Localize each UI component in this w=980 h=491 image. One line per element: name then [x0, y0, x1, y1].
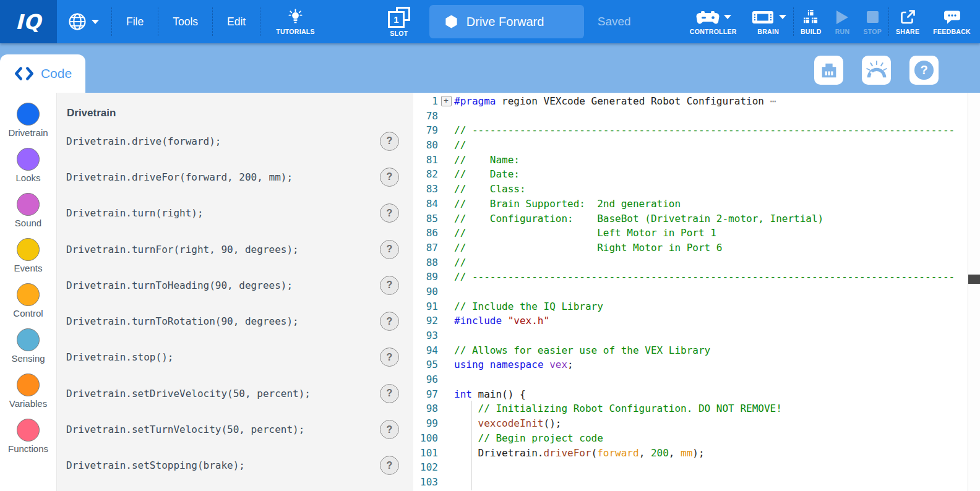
- code-line[interactable]: 102: [413, 460, 980, 475]
- command-text[interactable]: Drivetrain.setStopping(brake);: [66, 459, 245, 471]
- sidebar-item-sound[interactable]: Sound: [0, 193, 56, 228]
- code-line[interactable]: 79// -----------------------------------…: [413, 123, 980, 138]
- code-line[interactable]: 100 // Begin project code: [413, 431, 980, 446]
- editor-scrollbar-track[interactable]: [968, 93, 980, 491]
- help-button[interactable]: ?: [909, 56, 939, 85]
- feedback-button[interactable]: FEEDBACK: [926, 9, 978, 35]
- code-line[interactable]: 83// Class:: [413, 182, 980, 197]
- code-line[interactable]: 94// Allows for easier use of the VEX Li…: [413, 343, 980, 358]
- category-color-dot[interactable]: [17, 419, 40, 442]
- code-line[interactable]: 80//: [413, 138, 980, 153]
- command-help-button[interactable]: ?: [380, 168, 399, 187]
- controller-button[interactable]: CONTROLLER: [683, 9, 744, 35]
- code-line[interactable]: 81// Name:: [413, 153, 980, 168]
- command-text[interactable]: Drivetrain.turnFor(right, 90, degrees);: [66, 244, 299, 255]
- tab-code[interactable]: Code: [0, 54, 85, 93]
- command-row[interactable]: Drivetrain.turnToHeading(90, degrees);?: [66, 267, 405, 303]
- category-color-dot[interactable]: [17, 103, 40, 126]
- command-text[interactable]: Drivetrain.turnToRotation(90, degrees);: [66, 315, 299, 327]
- sidebar-item-looks[interactable]: Looks: [0, 148, 56, 183]
- code-line[interactable]: 96: [413, 372, 980, 387]
- dashboard-button[interactable]: [862, 56, 891, 85]
- command-row[interactable]: Drivetrain.stop();?: [66, 339, 405, 375]
- code-line[interactable]: 101 Drivetrain.driveFor(forward, 200, mm…: [413, 446, 980, 461]
- command-text[interactable]: Drivetrain.turnToHeading(90, degrees);: [66, 280, 293, 291]
- sidebar-item-sensing[interactable]: Sensing: [0, 328, 56, 364]
- category-color-dot[interactable]: [17, 193, 40, 216]
- slot-selector[interactable]: 1 SLOT: [381, 7, 417, 37]
- command-row[interactable]: Drivetrain.setStopping(brake);?: [66, 448, 405, 484]
- category-color-dot[interactable]: [17, 148, 40, 171]
- brain-button[interactable]: BRAIN: [744, 9, 793, 35]
- menu-tools[interactable]: Tools: [158, 15, 212, 28]
- command-row[interactable]: Drivetrain.driveFor(forward, 200, mm);?: [66, 159, 405, 195]
- code-line[interactable]: 85// Configuration: BaseBot (Drivetrain …: [413, 211, 980, 226]
- command-text[interactable]: Drivetrain.driveFor(forward, 200, mm);: [66, 171, 293, 183]
- indent-guide: [471, 474, 472, 490]
- fold-gutter: [438, 123, 454, 138]
- code-line[interactable]: 1+#pragma region VEXcode Generated Robot…: [413, 94, 980, 109]
- share-button[interactable]: SHARE: [889, 9, 926, 35]
- command-row[interactable]: Drivetrain.turn(right);?: [66, 195, 405, 231]
- command-help-button[interactable]: ?: [380, 348, 399, 367]
- code-line[interactable]: 92#include "vex.h": [413, 314, 980, 328]
- code-line[interactable]: 90: [413, 284, 980, 299]
- build-button[interactable]: BUILD: [794, 9, 828, 35]
- language-menu[interactable]: [68, 12, 99, 31]
- command-text[interactable]: Drivetrain.setTurnVelocity(50, percent);: [66, 424, 304, 435]
- editor-scrollbar-thumb[interactable]: [968, 275, 980, 284]
- command-help-button[interactable]: ?: [380, 384, 399, 403]
- command-row[interactable]: Drivetrain.drive(forward);?: [66, 123, 405, 159]
- command-help-button[interactable]: ?: [380, 312, 399, 331]
- command-help-button[interactable]: ?: [380, 240, 399, 259]
- code-line[interactable]: 91// Include the IQ Library: [413, 299, 980, 314]
- command-help-button[interactable]: ?: [380, 420, 399, 439]
- fold-toggle-icon[interactable]: +: [441, 96, 452, 106]
- code-line[interactable]: 103: [413, 475, 980, 490]
- category-color-dot[interactable]: [17, 374, 40, 396]
- line-number: 87: [413, 241, 438, 255]
- device-info-button[interactable]: [814, 56, 843, 85]
- sidebar-item-drivetrain[interactable]: Drivetrain: [0, 103, 56, 138]
- code-line[interactable]: 82// Date:: [413, 167, 980, 182]
- category-color-dot[interactable]: [17, 283, 40, 306]
- category-color-dot[interactable]: [17, 328, 40, 351]
- command-text[interactable]: Drivetrain.drive(forward);: [66, 135, 221, 147]
- code-line[interactable]: 88//: [413, 255, 980, 270]
- code-line[interactable]: 89// -----------------------------------…: [413, 270, 980, 284]
- code-line[interactable]: 86// Left Motor in Port 1: [413, 226, 980, 241]
- tutorials-button[interactable]: TUTORIALS: [269, 9, 322, 35]
- command-row[interactable]: Drivetrain.turnFor(right, 90, degrees);?: [66, 231, 405, 267]
- category-color-dot[interactable]: [17, 238, 40, 261]
- command-text[interactable]: Drivetrain.stop();: [66, 351, 173, 363]
- run-button[interactable]: RUN: [828, 9, 857, 35]
- code-line[interactable]: 99 vexcodeInit();: [413, 416, 980, 431]
- sidebar-item-functions[interactable]: Functions: [0, 419, 56, 454]
- fold-gutter: [438, 255, 454, 270]
- fold-gutter: [438, 357, 454, 372]
- command-row[interactable]: Drivetrain.setDriveVelocity(50, percent)…: [66, 375, 405, 411]
- code-line[interactable]: 87// Right Motor in Port 6: [413, 241, 980, 255]
- code-line[interactable]: 84// Brain Supported: 2nd generation: [413, 197, 980, 211]
- sidebar-item-control[interactable]: Control: [0, 283, 56, 318]
- command-text[interactable]: Drivetrain.turn(right);: [66, 207, 204, 219]
- code-line[interactable]: 97int main() {: [413, 387, 980, 402]
- sidebar-item-events[interactable]: Events: [0, 238, 56, 273]
- code-line[interactable]: 93: [413, 328, 980, 343]
- command-text[interactable]: Drivetrain.setDriveVelocity(50, percent)…: [66, 388, 311, 399]
- code-line[interactable]: 78: [413, 109, 980, 124]
- command-help-button[interactable]: ?: [380, 203, 399, 223]
- code-editor[interactable]: 1+#pragma region VEXcode Generated Robot…: [413, 93, 980, 491]
- code-line[interactable]: 95using namespace vex;: [413, 357, 980, 372]
- code-line[interactable]: 98 // Initializing Robot Configuration. …: [413, 401, 980, 416]
- command-help-button[interactable]: ?: [380, 132, 399, 151]
- command-row[interactable]: Drivetrain.turnToRotation(90, degrees);?: [66, 303, 405, 339]
- command-help-button[interactable]: ?: [380, 456, 399, 475]
- stop-button[interactable]: STOP: [856, 9, 888, 35]
- command-help-button[interactable]: ?: [380, 276, 399, 295]
- menu-edit[interactable]: Edit: [213, 15, 260, 28]
- command-row[interactable]: Drivetrain.setTurnVelocity(50, percent);…: [66, 411, 405, 447]
- menu-file[interactable]: File: [112, 15, 158, 28]
- sidebar-item-variables[interactable]: Variables: [0, 374, 56, 409]
- project-name-button[interactable]: Drive Forward: [429, 5, 584, 38]
